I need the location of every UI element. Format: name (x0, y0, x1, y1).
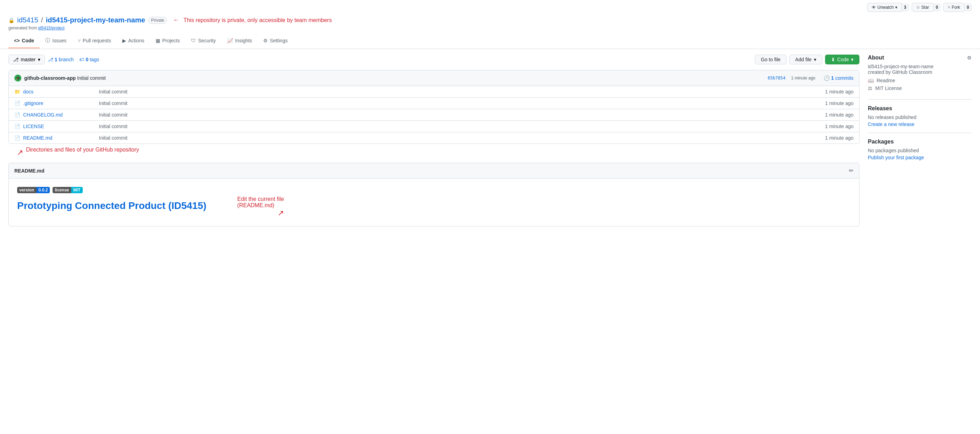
watch-button[interactable]: 👁 Unwatch ▾ (867, 3, 902, 12)
file-icon: 📄 (14, 112, 20, 117)
table-row: 📄 .gitignore Initial commit 1 minute ago (9, 98, 859, 109)
directories-annotation-text: Directories and files of your GitHub rep… (26, 147, 139, 153)
file-link[interactable]: docs (23, 89, 93, 95)
goto-file-button[interactable]: Go to file (755, 55, 786, 64)
table-row: 📁 docs Initial commit 1 minute ago (9, 86, 859, 98)
annotation-arrow-edit: ↗ (237, 209, 284, 218)
create-release-link[interactable]: Create a new release (868, 122, 915, 127)
about-title: About (868, 55, 884, 61)
about-header: About ⚙ (868, 55, 972, 61)
chevron-down-icon: ▾ (38, 57, 40, 62)
tab-code[interactable]: <> Code (8, 33, 40, 48)
fork-label: Fork (951, 5, 960, 10)
fork-icon: ⑂ (948, 5, 950, 10)
file-icon: 📄 (14, 124, 20, 129)
tab-security[interactable]: 🛡 Security (185, 33, 221, 48)
watch-count: 3 (902, 4, 909, 11)
license-badge: license MIT (52, 187, 83, 193)
main-content: ⎇ master ▾ ⎇ 1 branch 🏷 0 tags (0, 49, 980, 232)
repo-owner-link[interactable]: id5415 (17, 16, 38, 24)
license-sidebar-link[interactable]: MIT License (875, 86, 902, 91)
commits-count-link[interactable]: 1 commits (831, 75, 853, 81)
history-icon: 🕐 (824, 75, 830, 81)
file-icon: 📄 (14, 135, 20, 141)
about-desc: id5415-project-my-team-namecreated by Gi… (868, 64, 972, 75)
annotation-arrow-directories: ↗ (17, 148, 23, 157)
no-packages-text: No packages published (868, 148, 972, 153)
annotation-arrow: ← (173, 16, 179, 24)
code-dropdown-button[interactable]: ⬇ Code ▾ (825, 55, 859, 64)
branch-bar: ⎇ master ▾ ⎇ 1 branch 🏷 0 tags (8, 55, 859, 64)
file-commit-msg: Initial commit (93, 112, 811, 117)
fork-button[interactable]: ⑂ Fork (943, 3, 964, 12)
insights-icon: 📈 (227, 38, 233, 43)
directories-annotation: ↗ Directories and files of your GitHub r… (17, 147, 859, 157)
star-label: Star (921, 5, 929, 10)
tab-settings[interactable]: ⚙ Settings (258, 33, 293, 48)
file-link[interactable]: CHANGELOG.md (23, 112, 93, 117)
readme-link: 📖 Readme (868, 78, 972, 83)
file-commit-msg: Initial commit (93, 100, 811, 106)
packages-header: Packages (868, 139, 972, 145)
chevron-down-icon: ▾ (895, 5, 897, 10)
actions-icon: ▶ (123, 38, 126, 43)
projects-icon: ▦ (156, 38, 160, 43)
code-icon: <> (14, 38, 20, 43)
readme-header: README.md ✏ (9, 163, 859, 179)
pr-icon: ⑂ (78, 38, 81, 43)
branch-selector[interactable]: ⎇ master ▾ (8, 55, 45, 64)
file-link[interactable]: LICENSE (23, 124, 93, 129)
file-link[interactable]: README.md (23, 135, 93, 141)
file-time: 1 minute ago (811, 89, 853, 95)
edit-readme-button[interactable]: ✏ (849, 167, 853, 174)
readme-heading: Prototyping Connected Product (ID5415) (17, 200, 207, 211)
edit-annotation-container: Prototyping Connected Product (ID5415) E… (17, 196, 851, 218)
branch-meta: ⎇ 1 branch 🏷 0 tags (48, 57, 99, 62)
tab-actions[interactable]: ▶ Actions (117, 33, 150, 48)
commit-hash[interactable]: 65b7854 (768, 76, 786, 81)
branch-count-link[interactable]: ⎇ 1 branch (48, 57, 74, 62)
table-row: 📄 LICENSE Initial commit 1 minute ago (9, 121, 859, 132)
gear-icon[interactable]: ⚙ (967, 55, 972, 60)
version-badge: version 0.0.2 (17, 187, 50, 193)
star-count: 0 (934, 4, 941, 11)
star-button[interactable]: ☆ Star (912, 3, 934, 12)
sidebar-divider-2 (868, 133, 972, 133)
no-releases-text: No releases published (868, 114, 972, 120)
add-file-button[interactable]: Add file ▾ (789, 55, 822, 64)
file-time: 1 minute ago (811, 124, 853, 129)
book-icon: 📖 (868, 78, 874, 83)
file-link[interactable]: .gitignore (23, 100, 93, 106)
commit-avatar: 🎓 (14, 74, 21, 82)
tab-projects[interactable]: ▦ Projects (150, 33, 186, 48)
readme-sidebar-link[interactable]: Readme (877, 78, 895, 83)
publish-package-link[interactable]: Publish your first package (868, 155, 924, 160)
repo-sep: / (41, 16, 43, 24)
branch-name: master (21, 57, 36, 62)
releases-title: Releases (868, 105, 892, 112)
tag-count-link[interactable]: 🏷 0 tags (79, 57, 99, 62)
repo-name-link[interactable]: id5415-project-my-team-name (46, 16, 145, 24)
file-time: 1 minute ago (811, 112, 853, 117)
security-icon: 🛡 (191, 38, 196, 43)
releases-section: Releases No releases published Create a … (868, 105, 972, 127)
generated-from-link[interactable]: id5415/project (38, 25, 65, 30)
license-link: ⚖ MIT License (868, 86, 972, 91)
packages-title: Packages (868, 139, 894, 145)
chevron-down-icon: ▾ (851, 57, 853, 62)
watch-label: Unwatch (877, 5, 894, 10)
tab-pull-requests[interactable]: ⑂ Pull requests (72, 33, 117, 48)
table-row: 📄 CHANGELOG.md Initial commit 1 minute a… (9, 109, 859, 121)
edit-annotation: Edit the current file(README.md) ↗ (237, 196, 284, 218)
file-icon: 📄 (14, 100, 20, 106)
readme-badges: version 0.0.2 license MIT (17, 187, 851, 193)
private-notice-annotation: This repository is private, only accessi… (183, 17, 332, 24)
tab-issues[interactable]: ⓘ Issues (40, 33, 72, 49)
sidebar: About ⚙ id5415-project-my-team-namecreat… (868, 55, 972, 227)
file-commit-msg: Initial commit (93, 124, 811, 129)
file-time: 1 minute ago (811, 100, 853, 106)
repo-nav: <> Code ⓘ Issues ⑂ Pull requests ▶ Actio… (8, 33, 972, 49)
readme-title: README.md (14, 168, 45, 174)
tab-insights[interactable]: 📈 Insights (221, 33, 258, 48)
file-area: ⎇ master ▾ ⎇ 1 branch 🏷 0 tags (8, 55, 859, 227)
